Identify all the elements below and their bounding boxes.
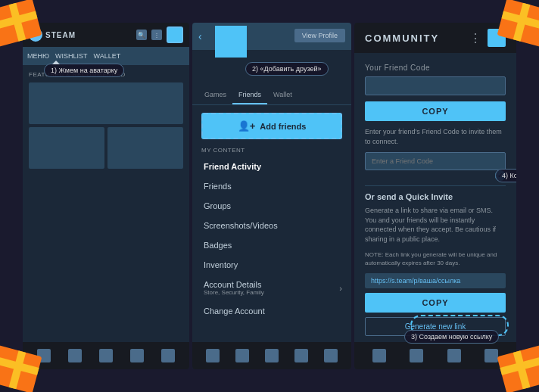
gift-corner-top-left [0,0,61,61]
profile-tabs: Games Friends Wallet [192,86,351,105]
community-title: COMMUNITY [365,33,463,44]
account-details-sub: Store, Security, Family [204,289,264,296]
popup-bottom-bar [192,342,351,369]
copy-friend-code-button[interactable]: COPY [365,101,506,121]
copy-link-button[interactable]: COPY [365,293,506,313]
steam-window: STEAM 🔍 ⋮ МЕНЮ WISHLIST WALLET 1) Жмем н… [23,23,189,369]
quick-invite-label: Or send a Quick Invite [365,192,506,201]
popup-menu-icon[interactable] [324,349,338,362]
gift-corner-bottom-left [0,331,61,392]
content-list: Friend Activity Friends Groups Screensho… [192,157,351,321]
content-item-screenshots[interactable]: Screenshots/Videos [192,216,351,235]
popup-bell-icon[interactable] [294,349,308,362]
add-friends-button[interactable]: 👤+ Add friends [201,113,342,139]
content-item-change-account[interactable]: Change Account [192,301,351,321]
featured-image-2 [107,127,183,169]
featured-images [29,82,183,169]
list-icon[interactable] [68,349,82,362]
my-content-label: MY CONTENT [192,147,351,154]
user-avatar[interactable] [167,26,183,43]
featured-image-1 [29,127,104,169]
link-display: https://s.team/p/ваша/ссылка [365,273,506,288]
search-icon[interactable]: 🔍 [136,30,147,40]
popup-header: ‹ View Profile [192,23,351,50]
community-list-icon[interactable] [410,349,423,362]
gift-corner-top-right [478,0,539,61]
more-options-icon[interactable]: ⋮ [151,30,162,40]
bell-icon[interactable] [130,349,144,362]
content-item-groups[interactable]: Groups [192,196,351,216]
content-item-badges[interactable]: Badges [192,235,351,255]
nav-wallet[interactable]: WALLET [94,52,121,60]
annotation-1: 1) Жмем на аватарку [44,64,124,77]
tab-wallet[interactable]: Wallet [267,86,298,104]
community-shield-icon[interactable] [447,349,461,362]
content-item-inventory[interactable]: Inventory [192,255,351,275]
annotation-2: 2) «Добавить друзей» [245,62,329,76]
annotation-wrapper-4: ✓ 4) Копируем новую ссылку [495,170,509,181]
popup-list-icon[interactable] [235,349,249,362]
steam-titlebar-icons: 🔍 ⋮ [136,26,183,43]
featured-image-wide [29,82,183,124]
steam-content: FEATURED & RECOMMENDED [23,65,189,175]
content-item-account[interactable]: Account Details Store, Security, Family [192,275,351,301]
divider [365,185,506,186]
annotation-3: 3) Создаем новую ссылку [404,330,499,344]
note-text: NOTE: Each link you generate will be uni… [365,250,506,267]
content-item-friends[interactable]: Friends [192,176,351,196]
community-panel: COMMUNITY ⋮ Your Friend Code COPY Enter … [354,23,516,369]
community-tag-icon[interactable] [372,349,386,362]
hamburger-icon[interactable] [161,349,175,362]
friend-code-section-label: Your Friend Code [365,64,506,72]
content-item-friend-activity[interactable]: Friend Activity [192,157,351,176]
popup-avatar [215,26,247,58]
popup-shield-icon[interactable] [265,349,279,362]
friends-popup: ‹ View Profile 2) «Добавить друзей» Game… [192,23,351,369]
tab-friends[interactable]: Friends [232,86,267,104]
enter-friend-code-input[interactable] [365,152,506,170]
community-content: Your Friend Code COPY Enter your friend'… [354,53,516,342]
add-person-icon: 👤+ [238,120,256,132]
friend-code-display[interactable] [365,76,506,95]
invite-description: Enter your friend's Friend Code to invit… [365,127,506,146]
tab-games[interactable]: Games [198,86,232,104]
popup-tag-icon[interactable] [206,349,220,362]
main-wrapper: STEAM 🔍 ⋮ МЕНЮ WISHLIST WALLET 1) Жмем н… [23,23,516,369]
back-button[interactable]: ‹ [198,30,202,42]
quick-invite-description: Generate a link to share via email or SM… [365,206,506,244]
add-friends-label: Add friends [260,122,306,131]
annotation-4: 4) Копируем новую ссылку [495,169,516,182]
shield-icon[interactable] [99,349,113,362]
account-details-label: Account Details [204,280,264,289]
view-profile-button[interactable]: View Profile [294,29,345,42]
